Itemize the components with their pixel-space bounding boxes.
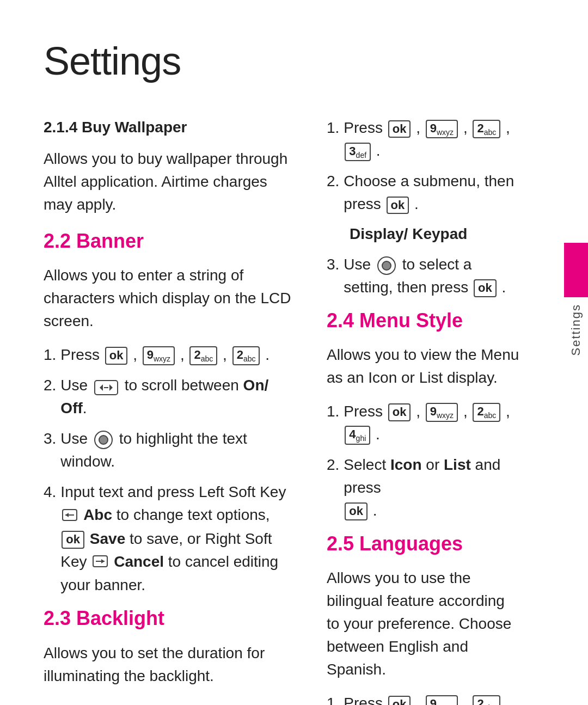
section-22-step3: 3. Use to highlight the text window.: [44, 427, 294, 473]
step-num: 2.: [327, 453, 339, 522]
step-content: Choose a submenu, then press ok .: [344, 170, 520, 216]
section-22-step2: 2. Use to scroll be: [44, 374, 294, 420]
section-214-steps: 1. Press ok , 9wxyz , 2abc , 3def . 2.: [327, 117, 520, 299]
section-25-body: Allows you to use the bilingual feature …: [327, 567, 520, 681]
step-num: 4.: [44, 481, 56, 597]
step-content: Select Icon or List and press ok .: [344, 453, 520, 522]
key-ok-24: ok: [388, 403, 411, 421]
step-num: 1.: [327, 400, 339, 446]
key-2abc-2: 2abc: [232, 346, 260, 365]
key-2abc-24: 2abc: [473, 403, 500, 422]
section-22: 2.2 Banner Allows you to enter a string …: [44, 227, 294, 597]
key-9wxyz-r1: 9wxyz: [426, 120, 458, 139]
display-keypad-heading: Display/ Keypad: [327, 223, 520, 246]
section-24-title: 2.4 Menu Style: [327, 306, 520, 335]
section-24: 2.4 Menu Style Allows you to view the Me…: [327, 306, 520, 522]
right-column: 1. Press ok , 9wxyz , 2abc , 3def . 2.: [327, 117, 520, 705]
side-tab: Settings: [564, 229, 588, 370]
step-num: 2.: [44, 374, 56, 420]
abc-label: Abc: [83, 506, 112, 523]
two-col-layout: 2.1.4 Buy Wallpaper Allows you to buy wa…: [44, 117, 520, 705]
main-content: Settings 2.1.4 Buy Wallpaper Allows you …: [0, 0, 564, 705]
key-ok-25: ok: [388, 696, 411, 705]
section-214: 2.1.4 Buy Wallpaper Allows you to buy wa…: [44, 117, 294, 216]
key-4ghi-24: 4ghi: [345, 426, 370, 445]
left-column: 2.1.4 Buy Wallpaper Allows you to buy wa…: [44, 117, 294, 705]
r-step1: 1. Press ok , 9wxyz , 2abc , 3def .: [327, 117, 520, 162]
key-ok-r1: ok: [388, 120, 411, 138]
left-soft-key-icon: [62, 505, 77, 528]
page-wrapper: Settings 68 Settings 2.1.4 Buy Wallpaper…: [0, 0, 588, 705]
section-24-step2: 2. Select Icon or List and press ok .: [327, 453, 520, 522]
section-25-step1: 1. Press ok , 9wxyz , 2abc , 5jkl .: [327, 692, 520, 705]
on-off-label: On/ Off: [60, 377, 268, 416]
step-content: Use to scroll between On/ Off.: [60, 374, 294, 420]
section-22-body: Allows you to enter a string of characte…: [44, 264, 294, 333]
step-content: Press ok , 9wxyz , 2abc , 2abc .: [60, 344, 294, 366]
page-title: Settings: [44, 33, 520, 89]
section-22-step1: 1. Press ok , 9wxyz , 2abc , 2abc .: [44, 344, 294, 366]
nav-circle-icon-r3: [377, 256, 396, 275]
step-num: 3.: [44, 427, 56, 473]
step-content: Use to select a setting, then press ok .: [344, 253, 520, 299]
key-2abc-1: 2abc: [189, 346, 217, 365]
step-num: 1.: [44, 344, 56, 366]
key-9wxyz-25: 9wxyz: [426, 695, 458, 705]
step-num: 1.: [327, 117, 339, 162]
key-ok-r2: ok: [387, 197, 409, 214]
save-label: Save: [90, 530, 125, 547]
key-ok-save: ok: [62, 531, 84, 549]
key-2abc-25: 2abc: [473, 695, 500, 705]
section-214-title: 2.1.4 Buy Wallpaper: [44, 117, 294, 139]
key-2abc-r1: 2abc: [473, 120, 500, 139]
key-ok: ok: [105, 347, 128, 365]
nav-lr-icon: [94, 379, 118, 394]
step-content: Use to highlight the text window.: [60, 427, 294, 473]
r-step2: 2. Choose a submenu, then press ok .: [327, 170, 520, 216]
section-23-body: Allows you to set the duration for illum…: [44, 642, 294, 688]
step-content: Input text and press Left Soft Key Abc t…: [60, 481, 294, 597]
list-label: List: [444, 456, 471, 473]
section-24-step1: 1. Press ok , 9wxyz , 2abc , 4ghi .: [327, 400, 520, 446]
side-tab-bar: [564, 243, 588, 297]
icon-label: Icon: [390, 456, 422, 473]
section-25-title: 2.5 Languages: [327, 530, 520, 558]
key-9wxyz-24: 9wxyz: [426, 403, 458, 422]
step-content: Press ok , 9wxyz , 2abc , 5jkl .: [344, 692, 520, 705]
step-num: 2.: [327, 170, 339, 216]
key-ok-r3: ok: [474, 279, 497, 297]
key-ok-24-2: ok: [345, 502, 367, 520]
section-22-step4: 4. Input text and press Left Soft Key: [44, 481, 294, 597]
section-23-title: 2.3 Backlight: [44, 604, 294, 633]
section-24-body: Allows you to view the Menu as an Icon o…: [327, 344, 520, 389]
section-22-title: 2.2 Banner: [44, 227, 294, 255]
step-content: Press ok , 9wxyz , 2abc , 3def .: [344, 117, 520, 162]
step-num: 1.: [327, 692, 339, 705]
section-23: 2.3 Backlight Allows you to set the dura…: [44, 604, 294, 687]
section-214-body: Allows you to buy wallpaper through Allt…: [44, 148, 294, 216]
cancel-label: Cancel: [114, 553, 164, 570]
step-content: Press ok , 9wxyz , 2abc , 4ghi .: [344, 400, 520, 446]
section-25: 2.5 Languages Allows you to use the bili…: [327, 530, 520, 705]
side-tab-label: Settings: [567, 304, 585, 356]
nav-circle-icon: [94, 431, 113, 449]
step-num: 3.: [327, 253, 339, 299]
r-step3: 3. Use to select a setting, then press o…: [327, 253, 520, 299]
right-soft-key-icon: [93, 551, 108, 574]
key-3def-r1: 3def: [345, 143, 371, 162]
key-9wxyz: 9wxyz: [143, 346, 175, 365]
